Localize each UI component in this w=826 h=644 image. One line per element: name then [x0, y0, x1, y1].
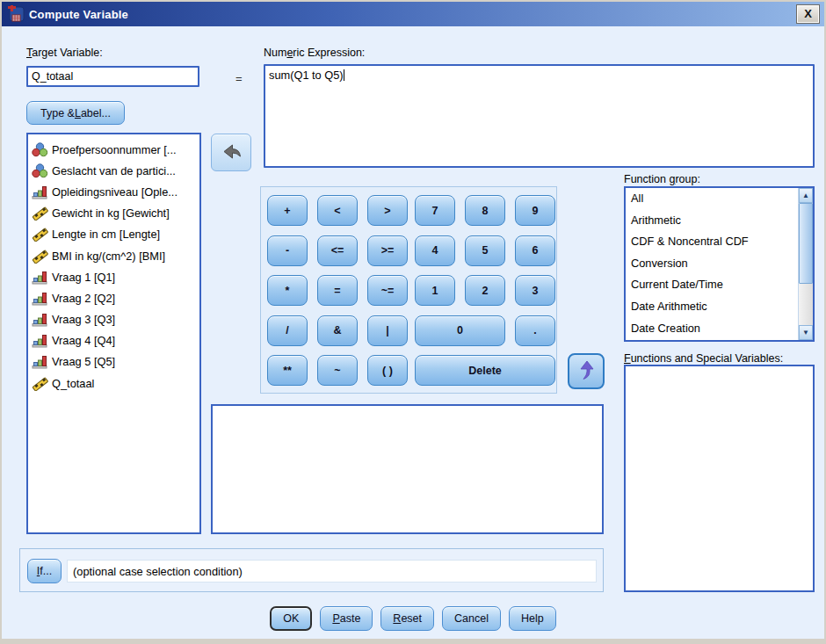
variable-item[interactable]: Vraag 2 [Q2]	[28, 287, 199, 308]
function-group-item[interactable]: Current Date/Time	[626, 274, 813, 296]
function-group-item[interactable]: All	[626, 188, 813, 210]
keypad-button-+[interactable]: +	[267, 195, 308, 226]
keypad-button-1[interactable]: 1	[415, 275, 455, 306]
keypad-button-<=[interactable]: <=	[317, 235, 358, 266]
function-group-item[interactable]: Date Creation	[626, 318, 813, 340]
expression-text: sum(Q1 to Q5)	[269, 69, 344, 82]
keypad-button->=[interactable]: >=	[367, 235, 408, 266]
function-group-list[interactable]: AllArithmeticCDF & Noncentral CDFConvers…	[624, 186, 815, 342]
variable-item[interactable]: Geslacht van de partici...	[28, 160, 199, 181]
scrollbar[interactable]: ▲ ▼	[798, 188, 813, 340]
operator-keypad: +<>-<=>=*=~=/&|**~( )	[267, 195, 408, 386]
up-arrow-icon	[576, 359, 596, 384]
keypad-button-3[interactable]: 3	[515, 275, 555, 306]
ordinal-measure-icon	[32, 333, 48, 348]
scroll-down-icon[interactable]: ▼	[799, 325, 813, 340]
scale-measure-icon	[32, 249, 48, 264]
variable-label: Opleidingsniveau [Ople...	[52, 185, 178, 199]
target-variable-input[interactable]	[26, 66, 199, 87]
function-group-item[interactable]: CDF & Noncentral CDF	[626, 231, 813, 253]
keypad-button->[interactable]: >	[367, 195, 408, 226]
keypad-button-~[interactable]: ~	[317, 355, 358, 386]
variable-label: BMI in kg/(cm^2) [BMI]	[52, 250, 165, 263]
dialog-body: Target Variable: = Type & Label... Proef…	[2, 28, 824, 639]
keypad-button-7[interactable]: 7	[415, 195, 455, 226]
type-and-label-button[interactable]: Type & Label...	[26, 101, 125, 125]
nominal-measure-icon	[32, 142, 48, 157]
keypad-button-8[interactable]: 8	[465, 195, 505, 226]
reset-button[interactable]: Reset	[380, 606, 434, 631]
help-button[interactable]: Help	[509, 606, 556, 631]
variable-item[interactable]: Q_totaal	[28, 373, 199, 394]
function-group-item[interactable]: Conversion	[626, 253, 813, 275]
variable-label: Vraag 3 [Q3]	[52, 313, 115, 326]
variable-item[interactable]: Vraag 1 [Q1]	[28, 266, 199, 287]
close-button[interactable]: X	[796, 4, 820, 24]
ordinal-measure-icon	[32, 185, 48, 199]
scale-measure-icon	[32, 206, 48, 221]
target-variable-label: Target Variable:	[26, 47, 103, 59]
keypad-button-|[interactable]: |	[367, 315, 408, 346]
scroll-up-icon[interactable]: ▲	[799, 188, 813, 203]
title-bar[interactable]: Compute Variable X	[2, 2, 824, 26]
keypad-button-6[interactable]: 6	[515, 235, 555, 266]
variable-item[interactable]: Vraag 5 [Q5]	[28, 351, 199, 373]
numeric-expression-input[interactable]: sum(Q1 to Q5)	[264, 64, 815, 168]
keypad-button--[interactable]: -	[267, 235, 308, 266]
function-group-label: Function group:	[624, 173, 700, 185]
ok-button[interactable]: OK	[270, 606, 312, 631]
keypad-button-5[interactable]: 5	[465, 235, 505, 266]
functions-special-variables-list[interactable]	[624, 365, 815, 592]
keypad-button-**[interactable]: **	[267, 355, 308, 386]
keypad-button-~=[interactable]: ~=	[367, 275, 408, 306]
variable-item[interactable]: Lengte in cm [Lengte]	[28, 224, 199, 245]
scale-measure-icon	[32, 227, 48, 242]
variable-item[interactable]: Proefpersoonnummer [...	[28, 139, 199, 160]
keypad-button-&[interactable]: &	[317, 315, 358, 346]
variable-label: Vraag 2 [Q2]	[52, 292, 115, 305]
scale-measure-icon	[32, 376, 48, 391]
source-variable-list[interactable]: Proefpersoonnummer [...Geslacht van de p…	[26, 133, 201, 534]
ordinal-measure-icon	[32, 354, 48, 369]
keypad-button-/[interactable]: /	[267, 315, 308, 346]
insert-function-button[interactable]	[568, 353, 605, 389]
function-group-item[interactable]: Date Arithmetic	[626, 296, 813, 318]
keypad-button-=[interactable]: =	[317, 275, 358, 306]
keypad-button-0[interactable]: 0	[415, 315, 505, 346]
compute-variable-dialog: Compute Variable X Target Variable: = Ty…	[0, 0, 826, 644]
keypad-button-4[interactable]: 4	[415, 235, 455, 266]
variable-item[interactable]: Vraag 3 [Q3]	[28, 309, 199, 330]
keypad-button-*[interactable]: *	[267, 275, 308, 306]
variable-item[interactable]: Vraag 4 [Q4]	[28, 330, 199, 351]
paste-button[interactable]: Paste	[320, 606, 373, 631]
transfer-arrow-button[interactable]	[211, 134, 251, 171]
scrollbar-thumb[interactable]	[799, 203, 813, 284]
function-group-items: AllArithmeticCDF & Noncentral CDFConvers…	[626, 188, 813, 339]
numeric-expression-label: Numeric Expression:	[264, 47, 365, 59]
ordinal-measure-icon	[32, 312, 48, 327]
function-description-box	[211, 404, 604, 534]
variable-label: Vraag 5 [Q5]	[52, 355, 115, 368]
variable-item[interactable]: Gewicht in kg [Gewicht]	[28, 203, 199, 224]
variable-label: Proefpersoonnummer [...	[52, 143, 177, 156]
if-condition-groupbox: If... (optional case selection condition…	[19, 548, 604, 592]
if-button[interactable]: If...	[27, 559, 62, 583]
variable-item[interactable]: BMI in kg/(cm^2) [BMI]	[28, 245, 199, 266]
variable-label: Q_totaal	[52, 377, 94, 390]
keypad-button-<[interactable]: <	[317, 195, 358, 226]
ordinal-measure-icon	[32, 291, 48, 306]
nominal-measure-icon	[32, 163, 48, 178]
function-group-item[interactable]: Arithmetic	[626, 210, 813, 232]
variable-label: Lengte in cm [Lengte]	[52, 228, 160, 241]
equals-sign: =	[235, 72, 243, 85]
keypad-button-9[interactable]: 9	[515, 195, 555, 226]
keypad-button-( )[interactable]: ( )	[367, 355, 408, 386]
keypad-button-2[interactable]: 2	[465, 275, 505, 306]
variable-label: Geslacht van de partici...	[52, 164, 176, 177]
calculator-keypad: +<>-<=>=*=~=/&|**~( ) 7894561230.Delete	[260, 186, 557, 394]
variable-item[interactable]: Opleidingsniveau [Ople...	[28, 181, 199, 202]
keypad-button-Delete[interactable]: Delete	[415, 355, 555, 386]
cancel-button[interactable]: Cancel	[442, 606, 501, 631]
variable-label: Vraag 1 [Q1]	[52, 271, 115, 284]
keypad-button-.[interactable]: .	[515, 315, 555, 346]
